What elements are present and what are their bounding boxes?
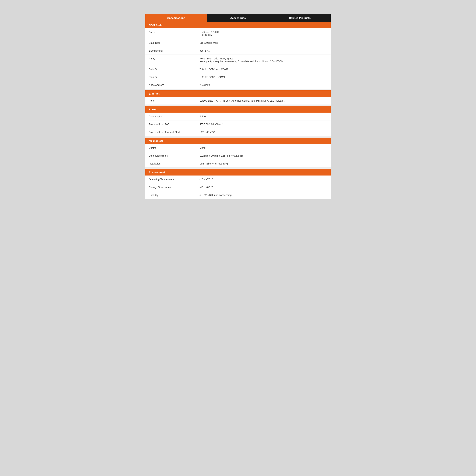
spec-value: 5 ~ 90% RH, non-condensing [196, 191, 331, 199]
spec-value: -25 ~ +75 °C [196, 175, 331, 183]
spec-label: Bias Resistor [145, 47, 196, 54]
section-gap [145, 136, 331, 137]
section-gap [145, 89, 331, 90]
section-header-ethernet: Ethernet [145, 90, 331, 97]
section-gap [145, 168, 331, 169]
tab-bar: Specifications Accessories Related Produ… [145, 14, 331, 22]
spec-label: Ports [145, 28, 196, 39]
section-header-mechanical: Mechanical [145, 137, 331, 144]
spec-value: Metal [196, 144, 331, 152]
spec-value: None, Even, Odd, Mark, SpaceNone parity … [196, 55, 331, 65]
section-header-environment: Environment [145, 169, 331, 175]
tab-related-products[interactable]: Related Products [269, 14, 331, 22]
spec-value: +12 ~ 48 VDC [196, 128, 331, 136]
table-row: Operating Temperature-25 ~ +75 °C [145, 175, 331, 183]
table-row: Powered from Terminal Block+12 ~ 48 VDC [145, 128, 331, 136]
spec-value: IEEE 802.3af, Class 1 [196, 120, 331, 128]
spec-value: -40 ~ +80 °C [196, 183, 331, 191]
spec-label: Powered from Terminal Block [145, 128, 196, 136]
table-row: Ports10/100 Base-TX, RJ-45 port (Auto-ne… [145, 97, 331, 105]
spec-value: 7, 8: for COM1 and COM2 [196, 65, 331, 73]
spec-label: Parity [145, 55, 196, 65]
spec-value: Yes, 1 KΩ [196, 47, 331, 54]
spec-value: 115200 bps Max. [196, 39, 331, 47]
table-row: Data Bit7, 8: for COM1 and COM2 [145, 65, 331, 73]
spec-value: 1 x 5-wire RS-2321 x RS-485 [196, 28, 331, 39]
table-row: Dimensions (mm)102 mm x 29 mm x 125 mm (… [145, 152, 331, 160]
spec-label: Ports [145, 97, 196, 104]
spec-value: 102 mm x 29 mm x 125 mm (W x L x H) [196, 152, 331, 160]
table-row: CasingMetal [145, 144, 331, 152]
spec-label: Node Address [145, 81, 196, 89]
table-row: Baud Rate115200 bps Max. [145, 39, 331, 47]
spec-label: Powered from PoE [145, 120, 196, 128]
spec-value: DIN-Rail or Wall mounting [196, 160, 331, 168]
tab-accessories[interactable]: Accessories [207, 14, 269, 22]
spec-label: Consumption [145, 113, 196, 120]
section-header-com-ports: COM Ports [145, 22, 331, 28]
spec-label: Humidity [145, 191, 196, 199]
spec-value: 2.2 W [196, 113, 331, 120]
table-row: Storage Temperature-40 ~ +80 °C [145, 183, 331, 191]
section-header-power: Power [145, 106, 331, 113]
table-row: Node Address254 (max.) [145, 81, 331, 89]
spec-label: Dimensions (mm) [145, 152, 196, 160]
spec-value: 1, 2: for COM1 ~ COM2 [196, 73, 331, 81]
table-row: Stop Bit1, 2: for COM1 ~ COM2 [145, 73, 331, 81]
spec-value: 254 (max.) [196, 81, 331, 89]
spec-value: 10/100 Base-TX, RJ-45 port (Auto-negotia… [196, 97, 331, 104]
spec-label: Storage Temperature [145, 183, 196, 191]
table-row: InstallationDIN-Rail or Wall mounting [145, 160, 331, 168]
table-row: Ports1 x 5-wire RS-2321 x RS-485 [145, 28, 331, 39]
spec-label: Baud Rate [145, 39, 196, 47]
spec-label: Stop Bit [145, 73, 196, 81]
spec-label: Operating Temperature [145, 175, 196, 183]
main-container: Specifications Accessories Related Produ… [145, 14, 331, 199]
spec-content: COM PortsPorts1 x 5-wire RS-2321 x RS-48… [145, 22, 331, 199]
table-row: Consumption2.2 W [145, 113, 331, 120]
section-gap [145, 105, 331, 106]
table-row: Bias ResistorYes, 1 KΩ [145, 47, 331, 55]
table-row: Humidity5 ~ 90% RH, non-condensing [145, 191, 331, 199]
tab-specifications[interactable]: Specifications [145, 14, 207, 22]
table-row: Powered from PoEIEEE 802.3af, Class 1 [145, 120, 331, 128]
spec-label: Data Bit [145, 65, 196, 73]
table-row: ParityNone, Even, Odd, Mark, SpaceNone p… [145, 55, 331, 65]
spec-label: Installation [145, 160, 196, 168]
spec-label: Casing [145, 144, 196, 152]
